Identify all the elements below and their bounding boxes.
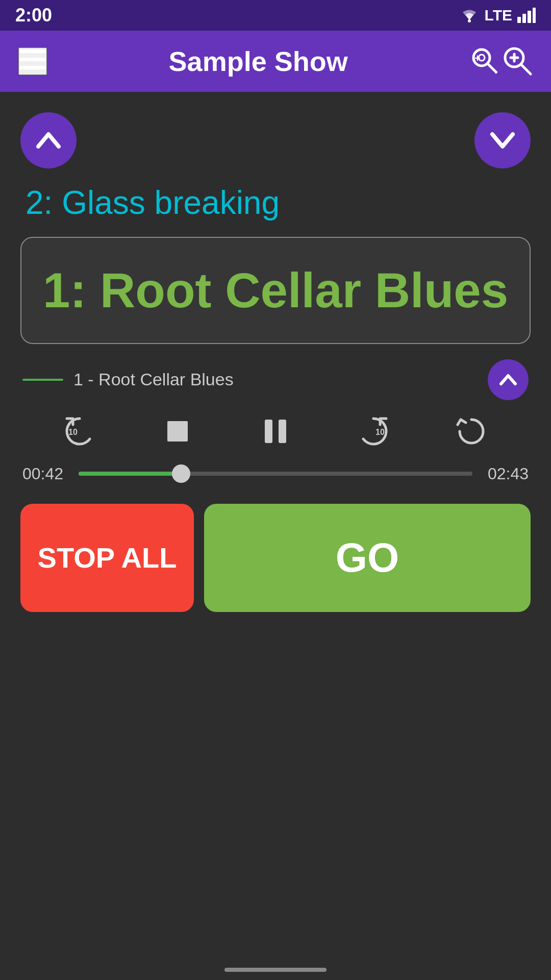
transport-controls: 10 10: [20, 408, 531, 454]
search-icon: +: [469, 45, 500, 76]
status-icons: LTE: [459, 7, 536, 24]
progress-bar[interactable]: [79, 472, 472, 476]
chevron-up-small-icon: [497, 369, 519, 391]
search-plus-icon: [502, 45, 533, 76]
forward-10-button[interactable]: 10: [350, 408, 396, 454]
current-cue-text: 1: Root Cellar Blues: [42, 263, 509, 317]
svg-text:+: +: [474, 53, 481, 64]
stop-all-button[interactable]: STOP ALL: [20, 504, 194, 612]
svg-line-14: [521, 65, 531, 74]
svg-text:10: 10: [375, 428, 385, 436]
svg-text:10: 10: [68, 428, 78, 436]
progress-time-end: 02:43: [483, 464, 529, 483]
progress-time-start: 00:42: [22, 464, 68, 483]
action-buttons: STOP ALL GO: [20, 504, 531, 632]
status-bar: 2:00 LTE: [0, 0, 551, 31]
prev-cue-button[interactable]: [20, 112, 77, 168]
player-track-name: 1 - Root Cellar Blues: [73, 370, 234, 389]
stop-icon: [160, 413, 195, 449]
rewind-10-icon: 10: [62, 413, 97, 449]
player-track-info: 1 - Root Cellar Blues: [22, 370, 488, 389]
lte-icon: LTE: [485, 7, 512, 24]
chevron-up-icon: [33, 125, 64, 156]
menu-icon: [19, 47, 46, 76]
app-title: Sample Show: [169, 45, 348, 77]
pause-icon: [258, 413, 293, 449]
svg-rect-19: [265, 420, 272, 443]
next-cue-label: 2: Glass breaking: [20, 184, 531, 222]
svg-rect-4: [533, 8, 536, 23]
svg-rect-7: [19, 66, 46, 69]
player-track-line: [22, 379, 63, 381]
svg-rect-3: [528, 11, 531, 23]
svg-rect-20: [279, 420, 286, 443]
stop-button[interactable]: [155, 408, 201, 454]
progress-thumb: [172, 464, 190, 483]
pause-button[interactable]: [253, 408, 298, 454]
replay-icon: [454, 413, 489, 449]
status-time: 2:00: [15, 5, 52, 26]
player-collapse-button[interactable]: [488, 359, 529, 400]
svg-rect-6: [19, 58, 46, 61]
signal-icon: [517, 8, 536, 23]
next-cue-button[interactable]: [474, 112, 531, 168]
chevron-down-icon: [487, 125, 518, 156]
search-button[interactable]: +: [469, 45, 533, 78]
nav-row: [20, 112, 531, 168]
wifi-icon: [459, 8, 480, 23]
current-cue-box[interactable]: 1: Root Cellar Blues: [20, 237, 531, 344]
menu-button[interactable]: [18, 47, 47, 75]
home-bar: [224, 968, 327, 972]
player-row: 1 - Root Cellar Blues: [20, 359, 531, 400]
app-bar: Sample Show +: [0, 31, 551, 92]
progress-bar-fill: [79, 472, 181, 476]
svg-rect-18: [167, 421, 188, 442]
svg-line-9: [488, 64, 497, 73]
forward-10-icon: 10: [356, 413, 391, 449]
main-content: 2: Glass breaking 1: Root Cellar Blues 1…: [0, 92, 551, 632]
rewind-10-button[interactable]: 10: [57, 408, 103, 454]
svg-rect-2: [522, 14, 526, 23]
svg-rect-1: [517, 17, 521, 23]
replay-button[interactable]: [448, 408, 494, 454]
progress-row: 00:42 02:43: [20, 464, 531, 483]
svg-point-0: [468, 19, 471, 22]
go-button[interactable]: GO: [204, 504, 531, 612]
svg-rect-5: [19, 50, 46, 53]
